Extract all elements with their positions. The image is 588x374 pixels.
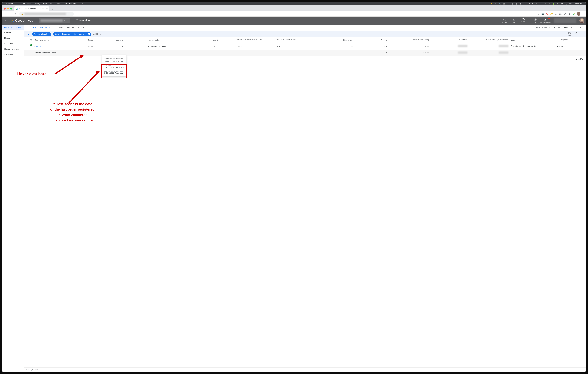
header-reports-button[interactable]: REPORTS bbox=[511, 18, 517, 23]
gads-back-button[interactable]: ← bbox=[3, 19, 8, 22]
menu-profiles[interactable]: Profiles bbox=[55, 2, 61, 5]
menu-view[interactable]: View bbox=[27, 2, 32, 5]
row-checkbox[interactable] bbox=[26, 45, 28, 47]
cell-tracking-status[interactable]: Recording conversions bbox=[148, 45, 166, 47]
col-category[interactable]: Category bbox=[115, 37, 147, 43]
date-next-button[interactable]: › bbox=[579, 26, 582, 29]
extensions-puzzle-icon[interactable]: 🧩 bbox=[572, 12, 575, 15]
battery-icon[interactable]: 🔋 bbox=[553, 2, 555, 5]
filter-icon[interactable]: ▼ bbox=[27, 33, 30, 35]
new-tab-button[interactable]: ＋ bbox=[51, 7, 55, 11]
status-icon[interactable]: ◉ bbox=[520, 2, 522, 5]
extension-icon[interactable]: ✿ bbox=[568, 12, 571, 15]
user-avatar[interactable] bbox=[579, 18, 585, 23]
menu-edit[interactable]: Edit bbox=[21, 2, 25, 5]
info-icon[interactable]: ⓘ bbox=[555, 12, 557, 15]
col-tracking-status[interactable]: Tracking status bbox=[146, 37, 212, 43]
status-icon[interactable]: △ bbox=[515, 2, 518, 5]
reset-button[interactable]: RESET bbox=[574, 32, 578, 36]
window-zoom-button[interactable] bbox=[10, 8, 12, 10]
browser-menu-button[interactable]: ⋮ bbox=[582, 12, 585, 15]
cloud-icon[interactable]: ☁ bbox=[540, 2, 543, 5]
col-all-conv-value[interactable]: All conv. value bbox=[430, 37, 469, 43]
col-conversion-action[interactable]: Conversion action bbox=[33, 37, 86, 43]
profile-avatar-icon[interactable] bbox=[577, 12, 580, 16]
account-switcher[interactable]: › ▾ bbox=[39, 18, 70, 23]
browser-tab[interactable]: Conversion actions - pinkvanil ✕ bbox=[14, 6, 50, 11]
header-notifications-button[interactable]: NOTIFICATIONS bbox=[540, 18, 551, 23]
status-icon[interactable]: ☰ bbox=[495, 2, 497, 5]
col-all-conv[interactable]: ↓All conv. bbox=[354, 37, 389, 43]
search-icon[interactable]: 🔍 bbox=[499, 2, 501, 5]
sidebar-item-uploads[interactable]: Uploads bbox=[2, 35, 24, 41]
sidebar-item-value-rules[interactable]: Value rules bbox=[2, 41, 24, 46]
col-source[interactable]: Source bbox=[86, 37, 115, 43]
col-include[interactable]: Include in "Conversions" bbox=[275, 37, 316, 43]
chip-remove-button[interactable]: ✕ bbox=[88, 33, 90, 35]
menu-tab[interactable]: Tab bbox=[64, 2, 67, 5]
siri-icon[interactable]: ◎ bbox=[565, 2, 567, 5]
menubar-clock[interactable]: Mon 18 Oct 07:34 bbox=[569, 2, 585, 5]
status-header-icon[interactable] bbox=[30, 39, 32, 41]
sidebar-item-conversion-actions[interactable]: Conversion actions bbox=[2, 25, 24, 30]
filter-chip-status[interactable]: Status: All enabled bbox=[32, 32, 51, 36]
menu-app-name[interactable]: Chrome bbox=[6, 2, 13, 5]
status-icon[interactable]: ▶ bbox=[532, 2, 534, 5]
tag-icon[interactable]: 🔖 bbox=[546, 12, 548, 15]
table-row[interactable]: ▾ Purchase ✎ Website Purchase Recording … bbox=[24, 43, 586, 50]
header-help-button[interactable]: ? HELP bbox=[534, 18, 537, 23]
tabs-dropdown-button[interactable]: ⌄ bbox=[583, 8, 585, 10]
col-count[interactable]: Count bbox=[212, 37, 235, 43]
tab-conversion-action-sets[interactable]: CONVERSION ACTION SETS bbox=[58, 25, 85, 31]
menu-window[interactable]: Window bbox=[69, 2, 76, 5]
control-center-icon[interactable]: ⚙ bbox=[561, 2, 563, 5]
col-value[interactable]: Value bbox=[510, 37, 556, 43]
status-icon[interactable]: ⊕ bbox=[524, 2, 526, 5]
header-search-button[interactable]: SEARCH bbox=[502, 18, 507, 23]
window-close-button[interactable] bbox=[4, 8, 6, 10]
menu-bookmarks[interactable]: Bookmarks bbox=[43, 2, 52, 5]
status-dropdown-icon[interactable]: ▾ bbox=[31, 46, 32, 48]
extension-icon[interactable]: 🗗 bbox=[563, 12, 566, 15]
window-minimize-button[interactable] bbox=[7, 8, 9, 10]
sidebar-item-custom-variables[interactable]: Custom variables bbox=[2, 46, 24, 52]
google-ads-logo[interactable]: Google Ads bbox=[11, 19, 33, 22]
status-icon[interactable]: ⚡ bbox=[491, 2, 493, 5]
nav-reload-button[interactable]: ⟳ bbox=[13, 12, 18, 16]
save-button[interactable]: SAVE bbox=[568, 32, 571, 36]
add-filter-button[interactable]: Add filter bbox=[93, 33, 101, 35]
filter-chip-query[interactable]: Conversion action contains purchase ✕ bbox=[53, 32, 91, 36]
menu-file[interactable]: File bbox=[16, 2, 19, 5]
header-tools-button[interactable]: TOOLS & SETTINGS bbox=[520, 18, 527, 24]
bluetooth-icon[interactable]: ᛒ bbox=[545, 2, 547, 5]
status-icon[interactable]: H bbox=[503, 2, 505, 5]
status-icon[interactable]: ◷ bbox=[511, 2, 514, 5]
bookmark-star-icon[interactable]: ☆ bbox=[537, 12, 539, 15]
wifi-icon[interactable]: ⌔ bbox=[557, 2, 559, 5]
moon-icon[interactable]: ☾ bbox=[536, 2, 538, 5]
col-repeat[interactable]: Repeat rate bbox=[316, 37, 354, 43]
tab-close-button[interactable]: ✕ bbox=[46, 8, 48, 10]
date-range-value[interactable]: Sep 18 – Oct 17, 2021 bbox=[549, 27, 568, 29]
status-icon[interactable]: ⊞ bbox=[528, 2, 530, 5]
date-prev-button[interactable]: ‹ bbox=[574, 26, 578, 29]
omnibox[interactable]: 🔒 bbox=[20, 12, 74, 16]
nav-back-button[interactable]: ← bbox=[3, 12, 7, 16]
status-icon[interactable]: ⊙ bbox=[507, 2, 509, 5]
col-all-conv-value-by-time[interactable]: All conv. value (by conv. time) bbox=[469, 37, 510, 43]
filter-close-button[interactable]: ✕ bbox=[581, 33, 584, 36]
extension-icon[interactable]: 12 bbox=[559, 12, 562, 15]
col-dda[interactable]: DDA eligibility bbox=[556, 37, 586, 43]
col-all-conv-by-time[interactable]: All conv. (by conv. time) bbox=[389, 37, 430, 43]
menu-history[interactable]: History bbox=[34, 2, 40, 5]
conversion-name-link[interactable]: Purchase bbox=[34, 45, 42, 47]
sidebar-item-salesforce[interactable]: Salesforce bbox=[2, 52, 24, 57]
select-all-checkbox[interactable] bbox=[26, 39, 28, 41]
col-window[interactable]: Click-through conversion window bbox=[235, 37, 276, 43]
menu-help[interactable]: Help bbox=[79, 2, 83, 5]
display-icon[interactable]: ▭ bbox=[549, 2, 551, 5]
account-pill[interactable] bbox=[554, 18, 576, 23]
tab-conversion-actions[interactable]: CONVERSION ACTIONS bbox=[28, 25, 51, 31]
chevron-down-icon[interactable]: ▾ bbox=[569, 26, 573, 29]
nav-forward-button[interactable]: → bbox=[8, 12, 12, 16]
